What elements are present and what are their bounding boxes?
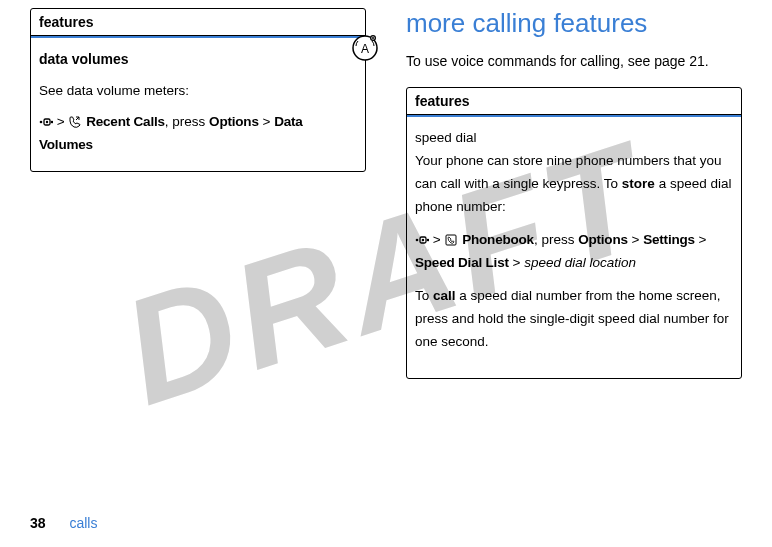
wireless-badge-icon: A xyxy=(351,34,379,62)
gt: > xyxy=(632,232,640,247)
svg-point-9 xyxy=(416,239,419,242)
features-header-right: features xyxy=(407,88,741,115)
path-text: , press xyxy=(165,114,209,129)
left-column: features A data volumes See data volume xyxy=(30,0,366,547)
center-key-icon xyxy=(415,229,429,252)
path-item: Options xyxy=(578,232,628,247)
speed-dial-para1: Your phone can store nine phone numbers … xyxy=(415,150,733,219)
recent-calls-icon xyxy=(68,111,82,134)
text: To xyxy=(415,288,433,303)
path-item: Settings xyxy=(643,232,695,247)
path-item: Recent Calls xyxy=(86,114,165,129)
svg-point-8 xyxy=(51,121,53,124)
page-content: features A data volumes See data volume xyxy=(0,0,772,547)
features-header-left: features xyxy=(31,9,365,36)
path-item: Phonebook xyxy=(462,232,534,247)
row-description: See data volume meters: xyxy=(39,80,357,103)
path-item: Options xyxy=(209,114,259,129)
section-heading: more calling features xyxy=(406,8,742,39)
path-text: , press xyxy=(534,232,578,247)
gt: > xyxy=(513,255,521,270)
svg-point-5 xyxy=(40,121,43,124)
right-column: more calling features To use voice comma… xyxy=(406,0,742,547)
gt: > xyxy=(433,232,441,247)
features-box-right: features speed dial Your phone can store… xyxy=(406,87,742,379)
text: a speed dial number from the home screen… xyxy=(415,288,729,349)
feature-row-speed-dial: speed dial Your phone can store nine pho… xyxy=(407,117,741,378)
svg-rect-13 xyxy=(446,235,456,245)
gt: > xyxy=(699,232,707,247)
path-item: Speed Dial List xyxy=(415,255,509,270)
text-bold: call xyxy=(433,288,456,303)
svg-point-12 xyxy=(427,239,429,242)
row-title: speed dial xyxy=(415,127,733,150)
svg-point-7 xyxy=(46,121,48,123)
svg-text:A: A xyxy=(361,42,369,56)
nav-path-left: > Recent Calls, press Options > Data Vol… xyxy=(39,111,357,157)
text-bold: store xyxy=(622,176,655,191)
feature-row-data-volumes: A data volumes See data volume meters: > xyxy=(31,38,365,171)
phonebook-icon xyxy=(444,229,458,252)
row-title: data volumes xyxy=(39,48,357,72)
features-box-left: features A data volumes See data volume xyxy=(30,8,366,172)
nav-path-right: > Phonebook, press Options > Settings > … xyxy=(415,229,733,275)
gt: > xyxy=(57,114,65,129)
gt: > xyxy=(262,114,270,129)
path-location: speed dial location xyxy=(524,255,636,270)
svg-point-11 xyxy=(422,239,424,241)
speed-dial-para2: To call a speed dial number from the hom… xyxy=(415,285,733,354)
center-key-icon xyxy=(39,111,53,134)
intro-text: To use voice commands for calling, see p… xyxy=(406,53,742,69)
